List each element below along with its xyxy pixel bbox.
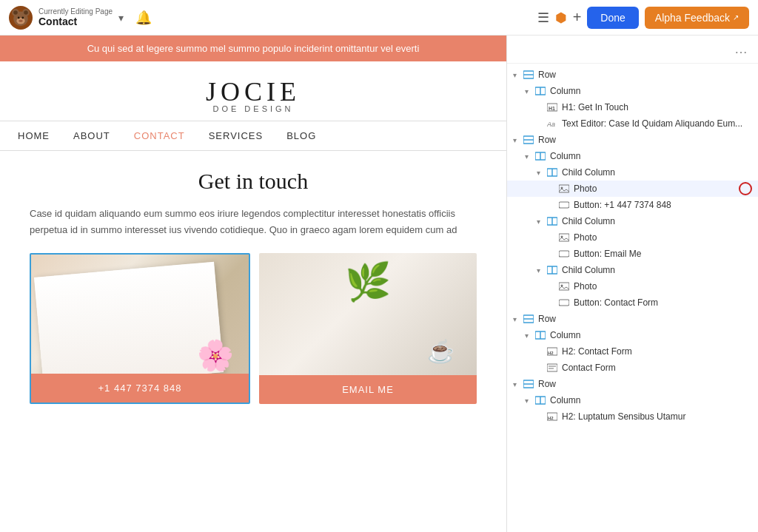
- panel-header: …: [507, 36, 758, 64]
- photo-cards-row: +1 447 7374 848 EMAIL ME: [30, 253, 477, 404]
- column-1-label: Column: [550, 86, 752, 96]
- page-info: Currently Editing Page Contact: [38, 7, 113, 27]
- alpha-feedback-button[interactable]: Alpha Feedback ↗: [645, 7, 749, 29]
- h1-icon: H1: [547, 103, 557, 112]
- svg-rect-34: [559, 300, 569, 306]
- chevron-icon: ▾: [537, 266, 544, 275]
- tree-row-4[interactable]: ▾ Row: [507, 376, 758, 392]
- nav-item-about[interactable]: ABOUT: [73, 130, 110, 141]
- site-header: JOCIE DOE DESIGN: [0, 61, 506, 121]
- tree-photo-1[interactable]: ▾ Photo: [507, 181, 758, 197]
- svg-point-8: [19, 19, 23, 22]
- top-header: Currently Editing Page Contact ▾ 🔔 ☰ ⬢ +…: [0, 0, 758, 36]
- child-column-2-label: Child Column: [562, 216, 752, 226]
- site-title: JOCIE DOE DESIGN: [206, 76, 301, 113]
- button-2-label: Button: Email Me: [574, 249, 752, 259]
- done-button[interactable]: Done: [587, 7, 638, 29]
- h2-luptatum-label: H2: Luptatum Sensibus Utamur: [562, 411, 752, 422]
- chevron-icon: ▾: [537, 169, 544, 177]
- email-button[interactable]: EMAIL ME: [259, 375, 477, 404]
- column-icon: [535, 152, 546, 161]
- chevron-icon: ▾: [525, 152, 532, 161]
- menu-icon[interactable]: ☰: [537, 10, 549, 26]
- button-icon: [559, 249, 569, 258]
- photo-icon: [559, 184, 569, 193]
- tree-text-editor[interactable]: ▾ Aa Text Editor: Case Id Quidam Aliquan…: [507, 115, 758, 132]
- chevron-icon: ▾: [525, 87, 532, 95]
- tree-column-2[interactable]: ▾ Column: [507, 148, 758, 164]
- column-3-label: Column: [550, 330, 752, 340]
- column-2-label: Column: [550, 151, 752, 161]
- h1-label: H1: Get In Touch: [562, 102, 752, 112]
- page-dropdown-icon[interactable]: ▾: [118, 12, 124, 24]
- site-subtitle: DOE DESIGN: [206, 104, 301, 113]
- nav-item-home[interactable]: HOME: [18, 130, 50, 141]
- child-column-1-label: Child Column: [562, 167, 752, 178]
- nav-item-blog[interactable]: BLOG: [286, 130, 316, 141]
- tree-photo-2[interactable]: ▾ Photo: [507, 229, 758, 246]
- row-2-label: Row: [538, 135, 752, 145]
- bear-avatar: [9, 6, 33, 30]
- header-right: ☰ ⬢ + Done Alpha Feedback ↗: [537, 7, 749, 29]
- form-icon: [547, 363, 557, 372]
- tree-h1[interactable]: ▾ H1 H1: Get In Touch: [507, 99, 758, 115]
- row-icon: [523, 135, 534, 144]
- tree-h2-contact-form[interactable]: ▾ H2 H2: Contact Form: [507, 343, 758, 360]
- tree-child-column-3[interactable]: ▾ Child Column: [507, 262, 758, 278]
- tree-child-column-1[interactable]: ▾ Child Column: [507, 164, 758, 181]
- chevron-icon: ▾: [537, 218, 544, 226]
- tree-photo-3[interactable]: ▾ Photo: [507, 278, 758, 294]
- button-1-label: Button: +1 447 7374 848: [574, 200, 752, 210]
- tree-button-1[interactable]: ▾ Button: +1 447 7374 848: [507, 197, 758, 213]
- phone-button[interactable]: +1 447 7374 848: [31, 374, 249, 403]
- button-3-label: Button: Contact Form: [574, 297, 752, 308]
- notification-bell-icon[interactable]: 🔔: [135, 10, 152, 26]
- badge-icon[interactable]: ⬢: [555, 10, 567, 26]
- photo-card-2: EMAIL ME: [259, 253, 477, 404]
- tree-h2-luptatum[interactable]: ▾ H2 H2: Luptatum Sensibus Utamur: [507, 408, 758, 425]
- tree-button-3[interactable]: ▾ Button: Contact Form: [507, 294, 758, 311]
- page-canvas: Cu qui sed at legere summo mel summo pop…: [0, 36, 506, 532]
- chevron-icon: ▾: [513, 315, 520, 323]
- h2-icon: H2: [547, 412, 557, 421]
- row-3-label: Row: [538, 314, 752, 324]
- intro-paragraph: Case id quidam aliquando eum summo eos i…: [30, 206, 477, 238]
- column-icon: [535, 87, 546, 95]
- button-icon: [559, 201, 569, 209]
- svg-point-7: [21, 16, 24, 18]
- announcement-banner: Cu qui sed at legere summo mel summo pop…: [0, 36, 506, 61]
- row-4-label: Row: [538, 379, 752, 389]
- svg-point-3: [13, 10, 18, 15]
- tree-column-3[interactable]: ▾ Column: [507, 327, 758, 343]
- tree-contact-form[interactable]: ▾ Contact Form: [507, 360, 758, 376]
- svg-text:H2: H2: [548, 351, 554, 355]
- svg-rect-24: [559, 202, 569, 208]
- nav-item-services[interactable]: SERVICES: [209, 130, 264, 141]
- column-icon: [535, 331, 546, 340]
- svg-text:Aa: Aa: [547, 121, 555, 128]
- external-link-icon: ↗: [733, 13, 739, 21]
- tree-button-2[interactable]: ▾ Button: Email Me: [507, 246, 758, 262]
- tree-row-3[interactable]: ▾ Row: [507, 311, 758, 327]
- svg-rect-41: [547, 364, 557, 371]
- tree-row-1[interactable]: ▾ Row: [507, 67, 758, 83]
- photo-3-label: Photo: [574, 281, 752, 292]
- more-options-icon[interactable]: …: [734, 41, 749, 57]
- alpha-feedback-label: Alpha Feedback: [655, 12, 730, 24]
- right-panel: … ▾ Row ▾ Column ▾: [506, 36, 758, 532]
- tree-column-1[interactable]: ▾ Column: [507, 83, 758, 99]
- row-icon: [523, 380, 534, 388]
- h2-icon: H2: [547, 347, 557, 356]
- svg-point-6: [18, 16, 20, 18]
- child-column-icon: [547, 168, 557, 177]
- site-name: JOCIE: [206, 76, 301, 107]
- tree-child-column-2[interactable]: ▾ Child Column: [507, 213, 758, 229]
- page-content: Get in touch Case id quidam aliquando eu…: [0, 151, 506, 532]
- h2-contact-form-label: H2: Contact Form: [562, 346, 752, 357]
- svg-text:H2: H2: [548, 416, 554, 420]
- add-icon[interactable]: +: [573, 9, 582, 26]
- chevron-icon: ▾: [513, 71, 520, 79]
- tree-column-4[interactable]: ▾ Column: [507, 392, 758, 408]
- nav-item-contact[interactable]: CONTACT: [134, 130, 185, 141]
- tree-row-2[interactable]: ▾ Row: [507, 132, 758, 148]
